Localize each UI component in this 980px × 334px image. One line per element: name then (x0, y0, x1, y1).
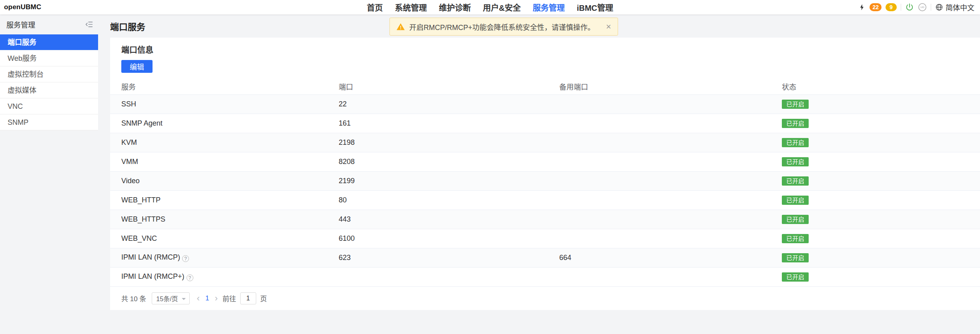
sidebar-item[interactable]: 虚拟控制台 (0, 66, 98, 82)
status-badge: 已开启 (782, 138, 809, 147)
edit-button[interactable]: 编辑 (121, 60, 153, 73)
current-page[interactable]: 1 (205, 294, 210, 302)
port-info-card: 端口信息 编辑 服务端口备用端口状态 SSH22已开启SNMP Agent161… (110, 38, 980, 310)
nav-item[interactable]: 首页 (367, 2, 383, 13)
alt-port-value (559, 152, 782, 171)
service-name: IPMI LAN (RMCP+)? (110, 267, 339, 286)
page-layout: 服务管理 端口服务Web服务虚拟控制台虚拟媒体VNCSNMP 开启RMCP/RM… (0, 14, 980, 334)
app-logo: openUBMC (4, 3, 41, 11)
status-cell: 已开启 (782, 267, 980, 286)
port-value: 623 (339, 248, 559, 267)
sidebar: 服务管理 端口服务Web服务虚拟控制台虚拟媒体VNCSNMP (0, 14, 98, 334)
power-icon[interactable] (905, 3, 914, 12)
status-badge: 已开启 (782, 176, 809, 186)
port-value: 161 (339, 114, 559, 133)
page-size-value: 15条/页 (156, 294, 178, 303)
nav-item[interactable]: 系统管理 (395, 2, 427, 13)
nav-item[interactable]: 用户&安全 (483, 2, 520, 13)
sidebar-header: 服务管理 (0, 14, 98, 34)
close-icon[interactable]: × (606, 22, 611, 31)
language-switcher[interactable]: 简体中文 (935, 2, 974, 12)
table-row: IPMI LAN (RMCP+)?已开启 (110, 267, 980, 286)
uid-icon[interactable]: UID (918, 3, 927, 12)
main-nav: 首页系统管理维护诊断用户&安全服务管理iBMC管理 (367, 0, 613, 14)
help-icon[interactable]: ? (187, 274, 193, 281)
port-value: 80 (339, 190, 559, 210)
table-header-row: 服务端口备用端口状态 (110, 78, 980, 94)
port-value (339, 267, 559, 286)
top-bar: openUBMC 首页系统管理维护诊断用户&安全服务管理iBMC管理 22 9 … (0, 0, 980, 14)
nav-item[interactable]: 维护诊断 (439, 2, 471, 13)
alt-port-value (559, 229, 782, 248)
sidebar-item[interactable]: 端口服务 (0, 34, 98, 50)
service-name: SSH (110, 94, 339, 114)
alarm-icon[interactable] (858, 4, 866, 11)
svg-text:UID: UID (920, 6, 924, 8)
status-cell: 已开启 (782, 133, 980, 152)
topbar-actions: 22 9 UID 简体中文 (858, 2, 980, 12)
collapse-sidebar-icon[interactable] (85, 20, 93, 28)
service-name: WEB_HTTPS (110, 210, 339, 229)
service-name: Video (110, 171, 339, 190)
port-value: 2199 (339, 171, 559, 190)
port-value: 6100 (339, 229, 559, 248)
table-row: SSH22已开启 (110, 94, 980, 114)
alarm-badge-minor[interactable]: 9 (886, 3, 897, 11)
warning-alert: 开启RMCP/RMCP+功能会降低系统安全性，请谨慎操作。 × (390, 18, 618, 36)
column-header: 服务 (110, 78, 339, 94)
status-cell: 已开启 (782, 210, 980, 229)
alt-port-value (559, 171, 782, 190)
pagination: 共 10 条 15条/页 ‹ 1 › 前往 页 (121, 292, 980, 304)
alt-port-value (559, 210, 782, 229)
table-row: IPMI LAN (RMCP)?623664已开启 (110, 248, 980, 267)
sidebar-item[interactable]: Web服务 (0, 50, 98, 66)
main-content: 开启RMCP/RMCP+功能会降低系统安全性，请谨慎操作。 × 端口服务 端口信… (98, 14, 980, 334)
status-badge: 已开启 (782, 196, 809, 205)
goto-page-input[interactable] (240, 292, 256, 304)
status-badge: 已开启 (782, 234, 809, 243)
sidebar-item[interactable]: SNMP (0, 114, 98, 130)
globe-icon (935, 3, 943, 11)
alarm-badge-major[interactable]: 22 (870, 3, 882, 11)
total-count: 共 10 条 (121, 293, 146, 303)
table-row: WEB_VNC6100已开启 (110, 229, 980, 248)
caret-down-icon (182, 298, 186, 300)
sidebar-title: 服务管理 (6, 19, 35, 30)
language-label: 简体中文 (946, 2, 974, 12)
help-icon[interactable]: ? (182, 255, 189, 262)
status-badge: 已开启 (782, 272, 809, 282)
status-cell: 已开启 (782, 248, 980, 267)
table-row: WEB_HTTP80已开启 (110, 190, 980, 210)
divider (931, 4, 931, 11)
sidebar-item[interactable]: VNC (0, 98, 98, 114)
status-badge: 已开启 (782, 215, 809, 224)
nav-item[interactable]: 服务管理 (533, 2, 565, 13)
column-header: 状态 (782, 78, 980, 94)
table-row: SNMP Agent161已开启 (110, 114, 980, 133)
port-value: 2198 (339, 133, 559, 152)
status-badge: 已开启 (782, 157, 809, 166)
alt-port-value: 664 (559, 248, 782, 267)
service-name: WEB_VNC (110, 229, 339, 248)
table-row: Video2199已开启 (110, 171, 980, 190)
page-size-select[interactable]: 15条/页 (152, 292, 189, 304)
status-badge: 已开启 (782, 119, 809, 128)
alt-port-value (559, 190, 782, 210)
prev-page-button[interactable]: ‹ (195, 294, 201, 303)
service-name: KVM (110, 133, 339, 152)
next-page-button[interactable]: › (213, 294, 219, 303)
table-row: KVM2198已开启 (110, 133, 980, 152)
table-row: WEB_HTTPS443已开启 (110, 210, 980, 229)
status-badge: 已开启 (782, 253, 809, 262)
status-badge: 已开启 (782, 100, 809, 109)
section-title: 端口信息 (121, 45, 980, 55)
alt-port-value (559, 267, 782, 286)
status-cell: 已开启 (782, 190, 980, 210)
nav-item[interactable]: iBMC管理 (577, 2, 613, 13)
status-cell: 已开启 (782, 171, 980, 190)
sidebar-menu: 端口服务Web服务虚拟控制台虚拟媒体VNCSNMP (0, 34, 98, 130)
port-table: 服务端口备用端口状态 SSH22已开启SNMP Agent161已开启KVM21… (110, 78, 980, 287)
status-cell: 已开启 (782, 114, 980, 133)
alt-port-value (559, 133, 782, 152)
sidebar-item[interactable]: 虚拟媒体 (0, 82, 98, 98)
